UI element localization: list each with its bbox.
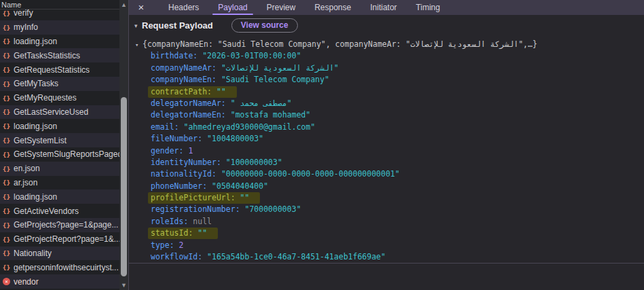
field-value: " مصطفى محمد" [231, 98, 292, 108]
scroll-down-icon[interactable]: ▼ [119, 281, 128, 289]
network-request-row[interactable]: {} GetProjects?page=1&page... [0, 218, 119, 232]
request-type-icon: {} [2, 52, 11, 59]
request-type-icon: {} [2, 207, 11, 215]
key-colon: : [216, 158, 226, 167]
field-value: "0504040400" [212, 181, 268, 191]
expand-triangle-icon[interactable]: ▾ [135, 39, 143, 50]
key-value-pair: identityNumber: "1000000003" [151, 158, 282, 167]
network-request-row[interactable]: {} loading.json [0, 189, 119, 204]
network-request-row[interactable]: {} GetMyRequestes [0, 91, 119, 105]
payload-field-row: nationalityId: "00000000-0000-0000-0000-… [129, 168, 644, 180]
request-detail-panel: × Headers Payload Preview Response Initi… [129, 0, 644, 290]
network-request-row[interactable]: {} getpersoninfowithsecuirtyst... [0, 260, 119, 274]
network-request-row[interactable]: {} GetMyTasks [0, 77, 119, 91]
field-key: roleIds [151, 217, 183, 226]
request-type-icon: {} [2, 193, 11, 200]
request-type-icon: {} [2, 94, 11, 102]
network-request-row[interactable]: {} verify [0, 10, 119, 20]
name-column-header[interactable]: Name [0, 0, 128, 10]
request-type-icon: {} [2, 80, 11, 88]
request-name: vendor [14, 277, 39, 287]
field-key: email [151, 122, 174, 132]
detail-tab[interactable]: Initiator [360, 0, 406, 15]
collapse-triangle-icon[interactable]: ▾ [134, 22, 142, 29]
field-value: "2026-03-01T00:00:00" [202, 51, 301, 60]
payload-field-row: delegatorNameEn: "mostafa mohamed" [129, 109, 644, 121]
key-colon: : [212, 63, 221, 73]
network-request-row[interactable]: {} GetSystemSlugReportsPaged [0, 147, 119, 162]
field-value: "00000000-0000-0000-0000-000000000001" [221, 169, 400, 179]
detail-tab[interactable]: Response [305, 0, 360, 15]
request-type-icon: {} [2, 165, 11, 173]
request-name: GetSystemList [14, 136, 67, 145]
network-request-row[interactable]: {} loading.json [0, 119, 119, 133]
field-value: 2 [179, 240, 184, 250]
key-colon: : [188, 228, 197, 238]
field-value: "mostafa mohamed" [231, 110, 311, 120]
key-colon: : [221, 98, 231, 108]
network-request-row[interactable]: {} ar.json [0, 176, 119, 190]
detail-tab[interactable]: Preview [257, 0, 305, 15]
request-name: GetProjectReport?page=1&... [14, 234, 119, 244]
payload-field-row: companyNameAr: "الشركة السعودية للإتصالا… [129, 62, 644, 74]
network-request-row[interactable]: {} Nationality [0, 247, 119, 261]
field-value: null [193, 217, 212, 226]
payload-json-tree: ▾{companyNameEn: "Saudi Telecom Company"… [129, 36, 644, 263]
key-colon: : [235, 204, 245, 214]
key-value-pair: workflowId: "165a54bb-1ce0-46a7-8451-41a… [151, 252, 385, 261]
payload-field-row: registrationNumber: "7000000003" [129, 204, 644, 215]
payload-preview-row[interactable]: ▾{companyNameEn: "Saudi Telecom Company"… [129, 39, 644, 50]
detail-tab[interactable]: Timing [406, 0, 450, 15]
field-key: companyNameAr [151, 63, 212, 73]
field-key: delegatorNameAr [151, 98, 221, 108]
network-request-row[interactable]: {} GetActiveVendors [0, 204, 119, 218]
network-request-row[interactable]: {} GetLastServiceUsed [0, 105, 119, 120]
field-value: "1000000003" [226, 158, 282, 167]
request-name: GetMyTasks [14, 79, 58, 88]
field-value: 1 [188, 146, 193, 156]
field-key: type [151, 240, 170, 250]
field-key: statusId [151, 228, 188, 238]
scrollbar-thumb[interactable] [121, 97, 127, 276]
key-value-pair: contractPath: "" [148, 86, 237, 98]
field-value: "" [216, 87, 226, 96]
close-icon[interactable]: × [129, 0, 153, 15]
key-colon: : [212, 169, 221, 179]
network-request-row[interactable]: {} myInfo [0, 20, 119, 35]
field-value: "1004800003" [207, 134, 263, 143]
key-colon: : [174, 122, 184, 132]
field-value: "165a54bb-1ce0-46a7-8451-41aeb1f669ae" [207, 252, 385, 261]
field-key: gender [151, 146, 179, 156]
network-request-row[interactable]: ✕ vendor [0, 274, 119, 289]
network-request-list: Name {} verify {} myInfo {} loading.json [0, 0, 129, 290]
network-request-row[interactable]: {} en.json [0, 162, 119, 176]
request-name: GetActiveVendors [14, 206, 79, 216]
key-value-pair: companyNameEn: "Saudi Telecom Company" [151, 75, 329, 84]
request-name: myInfo [14, 22, 38, 32]
scroll-up-icon[interactable]: ▲ [119, 1, 128, 9]
key-value-pair: gender: 1 [151, 146, 193, 156]
network-request-row[interactable]: {} loading.json [0, 35, 119, 49]
key-colon: : [212, 75, 221, 84]
key-colon: : [207, 87, 216, 96]
view-source-button[interactable]: View source [231, 18, 298, 33]
sidebar-scrollbar[interactable]: ▲ ▼ [119, 0, 128, 290]
key-value-pair: registrationNumber: "7000000003" [151, 204, 301, 214]
name-column-label: Name [1, 1, 21, 9]
detail-tab[interactable]: Payload [208, 0, 257, 15]
network-request-row[interactable]: {} GetRequestStatistics [0, 62, 119, 77]
empty-area [129, 264, 644, 290]
key-value-pair: phoneNumber: "0504040400" [151, 181, 268, 191]
key-colon: : [231, 193, 240, 202]
field-value: "الشركة السعودية للإتصالات" [221, 63, 339, 73]
request-type-icon: {} [2, 108, 11, 115]
key-colon: : [197, 134, 207, 143]
network-request-row[interactable]: {} GetTasksStatistics [0, 48, 119, 62]
payload-field-row: birthdate: "2026-03-01T00:00:00" [129, 50, 644, 62]
payload-field-row: profilePictureUrl: "" [129, 192, 644, 204]
network-request-row[interactable]: {} GetSystemList [0, 133, 119, 147]
network-request-row[interactable]: {} GetProjectReport?page=1&... [0, 232, 119, 247]
key-value-pair: companyNameAr: "الشركة السعودية للإتصالا… [151, 63, 339, 73]
key-value-pair: nationalityId: "00000000-0000-0000-0000-… [151, 169, 400, 179]
detail-tab[interactable]: Headers [159, 0, 208, 15]
